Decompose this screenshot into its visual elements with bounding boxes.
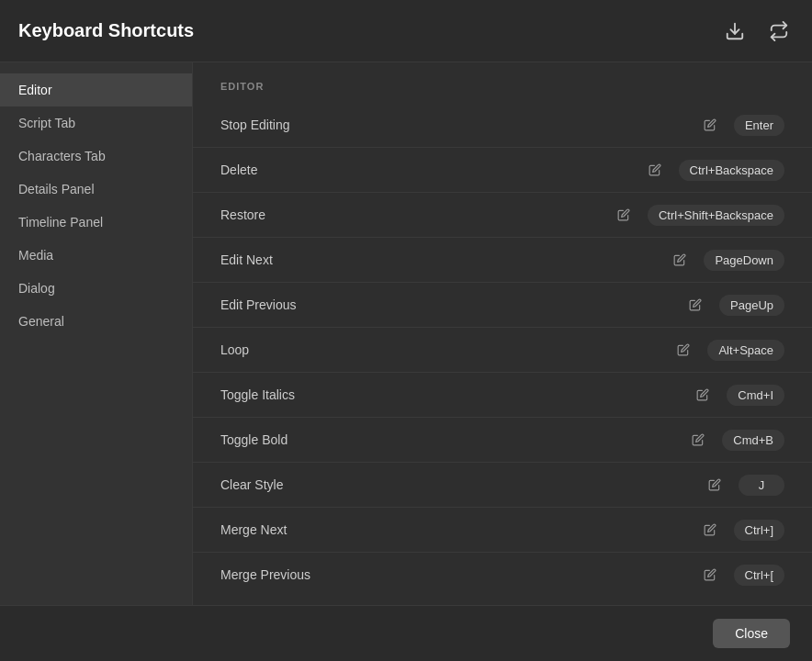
page-title: Keyboard Shortcuts	[18, 20, 194, 41]
key-badge: Ctrl+Backspace	[679, 160, 784, 181]
shortcut-row: Stop Editing Enter	[193, 103, 812, 147]
key-badge: J	[739, 475, 784, 496]
edit-shortcut-button[interactable]	[642, 157, 668, 183]
shortcut-row: Clear Style J	[193, 462, 812, 507]
header-actions	[720, 17, 794, 46]
shortcut-name: Merge Next	[220, 522, 697, 537]
key-badge: Cmd+I	[727, 385, 784, 406]
shortcut-name: Toggle Italics	[220, 387, 690, 402]
shortcut-name: Stop Editing	[220, 118, 697, 132]
edit-shortcut-button[interactable]	[690, 382, 716, 408]
content-area: EDITOR Stop Editing Enter Delete Ctrl+Ba…	[193, 62, 812, 605]
sidebar-item-script-tab[interactable]: Script Tab	[0, 106, 192, 140]
sidebar-item-dialog[interactable]: Dialog	[0, 272, 192, 305]
sidebar-item-general[interactable]: General	[0, 305, 192, 338]
key-badge: PageUp	[719, 295, 784, 316]
key-badge: Ctrl+Shift+Backspace	[648, 205, 784, 226]
sidebar-item-characters-tab[interactable]: Characters Tab	[0, 140, 192, 173]
shortcut-name: Delete	[220, 162, 642, 177]
shortcut-name: Edit Previous	[220, 297, 682, 312]
edit-shortcut-button[interactable]	[611, 202, 637, 228]
sidebar-item-editor[interactable]: Editor	[0, 73, 192, 106]
shortcut-row: Merge Next Ctrl+]	[193, 507, 812, 552]
sidebar-item-timeline-panel[interactable]: Timeline Panel	[0, 206, 192, 239]
sidebar-item-details-panel[interactable]: Details Panel	[0, 173, 192, 206]
shortcut-row: Toggle Bold Cmd+B	[193, 417, 812, 462]
key-badge: PageDown	[704, 250, 784, 271]
shortcut-row: Loop Alt+Space	[193, 327, 812, 372]
key-badge: Enter	[734, 115, 784, 136]
download-button[interactable]	[720, 17, 750, 46]
shortcut-row: Delete Ctrl+Backspace	[193, 147, 812, 192]
shortcut-row: Edit Next PageDown	[193, 237, 812, 282]
sidebar: Editor Script Tab Characters Tab Details…	[0, 62, 193, 605]
section-label: EDITOR	[193, 62, 812, 103]
edit-shortcut-button[interactable]	[667, 247, 693, 273]
main-layout: Editor Script Tab Characters Tab Details…	[0, 62, 812, 605]
key-badge: Alt+Space	[707, 340, 784, 361]
shortcut-name: Clear Style	[220, 477, 702, 492]
shortcut-row: Toggle Italics Cmd+I	[193, 372, 812, 417]
edit-shortcut-button[interactable]	[685, 427, 711, 453]
footer: Close	[0, 605, 812, 661]
key-badge: Ctrl+]	[734, 520, 784, 541]
shortcut-name: Toggle Bold	[220, 432, 685, 447]
shortcut-name: Merge Previous	[220, 567, 697, 582]
edit-shortcut-button[interactable]	[697, 112, 723, 138]
edit-shortcut-button[interactable]	[697, 562, 723, 588]
sidebar-item-media[interactable]: Media	[0, 239, 192, 272]
edit-shortcut-button[interactable]	[671, 337, 696, 363]
edit-shortcut-button[interactable]	[697, 517, 723, 543]
export-button[interactable]	[764, 17, 794, 46]
shortcut-row: Edit Previous PageUp	[193, 282, 812, 327]
edit-shortcut-button[interactable]	[682, 292, 708, 318]
shortcut-name: Loop	[220, 342, 671, 357]
edit-shortcut-button[interactable]	[702, 472, 727, 498]
shortcut-row: Merge Previous Ctrl+[	[193, 552, 812, 597]
key-badge: Cmd+B	[722, 430, 784, 451]
shortcut-name: Restore	[220, 207, 611, 222]
shortcut-row: Restore Ctrl+Shift+Backspace	[193, 192, 812, 237]
shortcut-name: Edit Next	[220, 252, 667, 267]
key-badge: Ctrl+[	[734, 565, 784, 586]
shortcuts-list: Stop Editing Enter Delete Ctrl+Backspace…	[193, 103, 812, 597]
close-button[interactable]: Close	[713, 619, 790, 648]
header: Keyboard Shortcuts	[0, 0, 812, 62]
